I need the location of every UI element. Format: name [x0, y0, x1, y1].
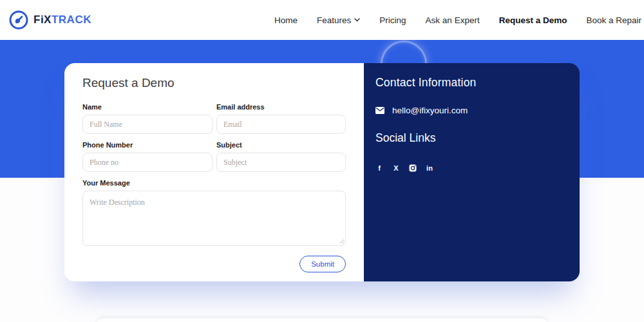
- submit-button[interactable]: Submit: [299, 256, 346, 272]
- chevron-down-icon: [354, 18, 360, 22]
- contact-email-link[interactable]: hello@ifixyouri.com: [375, 106, 567, 115]
- submit-row: Submit: [82, 256, 346, 272]
- name-field-group: Name: [82, 103, 213, 134]
- contact-heading: Contact Information: [375, 76, 567, 90]
- header: FiXTRACK Home Features Pricing Ask an Ex…: [0, 0, 644, 40]
- phone-input[interactable]: [82, 153, 213, 172]
- message-label: Your Message: [82, 179, 346, 187]
- email-field-group: Email address: [216, 103, 346, 134]
- phone-label: Phone Number: [82, 141, 213, 149]
- form-grid: Name Email address Phone Number Subject: [82, 103, 346, 172]
- nav-features-label: Features: [317, 15, 351, 25]
- main-nav: Home Features Pricing Ask an Expert Requ…: [274, 15, 641, 25]
- brand-logo[interactable]: FiXTRACK: [9, 10, 91, 30]
- demo-form: Request a Demo Name Email address Phone …: [64, 63, 364, 281]
- instagram-glyph: [409, 164, 417, 172]
- nav-book-a-repair[interactable]: Book a Repair: [586, 15, 641, 25]
- name-input[interactable]: [82, 115, 213, 134]
- form-title: Request a Demo: [82, 76, 346, 90]
- name-label: Name: [82, 103, 213, 111]
- page: FiXTRACK Home Features Pricing Ask an Ex…: [0, 0, 644, 322]
- nav-features[interactable]: Features: [317, 15, 360, 25]
- social-links-heading: Social Links: [375, 131, 567, 145]
- email-label: Email address: [216, 103, 346, 111]
- social-links-row: f X in: [375, 164, 567, 172]
- message-textarea[interactable]: [82, 191, 346, 246]
- next-section-edge: [97, 318, 547, 322]
- instagram-icon[interactable]: [409, 164, 417, 172]
- subject-input[interactable]: [216, 153, 346, 172]
- linkedin-icon[interactable]: in: [426, 164, 433, 172]
- subject-field-group: Subject: [216, 141, 346, 172]
- brand-name: FiXTRACK: [33, 14, 91, 26]
- request-demo-card: Request a Demo Name Email address Phone …: [64, 63, 580, 281]
- envelope-icon: [375, 107, 384, 114]
- nav-home[interactable]: Home: [274, 15, 298, 25]
- nav-ask-an-expert[interactable]: Ask an Expert: [426, 15, 480, 25]
- nav-request-a-demo[interactable]: Request a Demo: [499, 15, 567, 25]
- phone-field-group: Phone Number: [82, 141, 213, 172]
- nav-pricing[interactable]: Pricing: [379, 15, 406, 25]
- x-twitter-icon[interactable]: X: [392, 164, 400, 172]
- brand-name-secondary: TRACK: [52, 14, 91, 26]
- facebook-icon[interactable]: f: [375, 164, 383, 172]
- contact-panel: Contact Information hello@ifixyouri.com …: [364, 63, 580, 281]
- contact-email-text: hello@ifixyouri.com: [392, 106, 468, 115]
- wrench-logo-icon: [9, 10, 28, 30]
- subject-label: Subject: [216, 141, 346, 149]
- brand-name-primary: FiX: [33, 14, 52, 26]
- message-field-group: Your Message: [82, 179, 346, 246]
- email-input[interactable]: [216, 115, 346, 134]
